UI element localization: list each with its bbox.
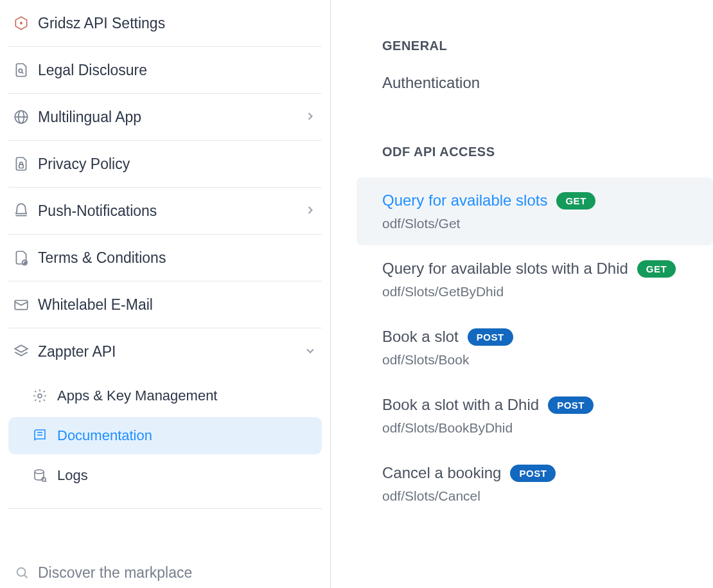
endpoint-list: Query for available slots GET odf/Slots/…	[356, 177, 713, 518]
endpoint-path: odf/Slots/Get	[382, 216, 713, 231]
svg-line-3	[22, 72, 23, 73]
endpoint-title: Book a slot with a Dhid	[382, 396, 539, 414]
bell-icon	[12, 202, 30, 220]
subnav-item-apps-key-management[interactable]: Apps & Key Management	[8, 377, 322, 414]
nav-item-multilingual-app[interactable]: Multilingual App	[8, 94, 322, 141]
endpoint-book-slot-dhid[interactable]: Book a slot with a Dhid POST odf/Slots/B…	[356, 382, 713, 450]
database-icon	[31, 467, 48, 484]
endpoint-path: odf/Slots/GetByDhid	[382, 284, 713, 299]
nav-item-privacy-policy[interactable]: Privacy Policy	[8, 141, 322, 188]
sidebar: Gridsz API Settings Legal Disclosure	[0, 0, 331, 588]
svg-rect-7	[19, 165, 24, 168]
nav-item-label: Legal Disclosure	[38, 62, 318, 79]
endpoint-cancel-booking[interactable]: Cancel a booking POST odf/Slots/Cancel	[356, 450, 713, 518]
endpoint-title-row: Book a slot POST	[382, 328, 713, 346]
svg-point-17	[35, 470, 44, 474]
method-badge-post: POST	[548, 396, 594, 414]
endpoint-title: Book a slot	[382, 328, 459, 346]
nav-item-push-notifications[interactable]: Push-Notifications	[8, 188, 322, 235]
endpoint-title: Query for available slots with a Dhid	[382, 260, 628, 278]
nav-item-whitelabel-email[interactable]: Whitelabel E-Mail	[8, 281, 322, 328]
svg-point-14	[38, 394, 42, 398]
nav-item-gridsz-api-settings[interactable]: Gridsz API Settings	[8, 0, 322, 47]
nav-item-label: Terms & Conditions	[38, 249, 318, 267]
discover-marketplace-link[interactable]: Discover the markplace	[8, 548, 322, 588]
nav-item-label: Whitelabel E-Mail	[38, 296, 318, 314]
method-badge-post: POST	[510, 465, 556, 482]
endpoint-title: Query for available slots	[382, 192, 547, 209]
content-panel: GENERAL Authentication ODF API ACCESS Qu…	[331, 0, 713, 588]
nav-item-label: Privacy Policy	[38, 156, 318, 173]
endpoint-path: odf/Slots/Book	[382, 352, 713, 368]
nav-item-terms-conditions[interactable]: Terms & Conditions	[8, 235, 322, 281]
svg-point-1	[20, 22, 22, 24]
method-badge-post: POST	[468, 328, 513, 346]
endpoint-book-slot[interactable]: Book a slot POST odf/Slots/Book	[356, 314, 713, 382]
subnav-item-label: Logs	[57, 467, 88, 484]
subnav-item-label: Documentation	[57, 427, 152, 444]
layers-icon	[12, 343, 30, 361]
document-search-icon	[12, 61, 30, 79]
endpoint-path: odf/Slots/Cancel	[382, 488, 713, 504]
gear-icon	[31, 388, 48, 404]
nav-item-label: Gridsz API Settings	[38, 15, 318, 32]
grid-icon	[12, 14, 30, 32]
globe-icon	[12, 108, 30, 126]
section-header-general: GENERAL	[382, 39, 713, 53]
search-icon	[15, 566, 30, 581]
svg-point-2	[19, 69, 22, 72]
chevron-down-icon	[304, 344, 318, 359]
nav-item-legal-disclosure[interactable]: Legal Disclosure	[8, 47, 322, 94]
endpoint-path: odf/Slots/BookByDhid	[382, 420, 713, 436]
chevron-right-icon	[304, 204, 318, 218]
endpoint-title-row: Cancel a booking POST	[382, 464, 713, 482]
doc-link-authentication[interactable]: Authentication	[382, 71, 713, 124]
endpoint-title: Cancel a booking	[382, 464, 501, 482]
svg-line-21	[24, 575, 27, 578]
chevron-right-icon	[304, 110, 318, 124]
nav-item-label: Push-Notifications	[38, 202, 304, 220]
book-icon	[31, 427, 48, 444]
endpoint-query-slots-dhid[interactable]: Query for available slots with a Dhid GE…	[356, 245, 713, 314]
nav-list: Gridsz API Settings Legal Disclosure	[8, 0, 322, 548]
subnav-zappter-api: Apps & Key Management Documentation	[8, 377, 322, 509]
nav-item-label: Multilingual App	[38, 109, 304, 126]
subnav-item-label: Apps & Key Management	[57, 388, 217, 404]
document-lock-icon	[12, 155, 30, 173]
subnav-item-documentation[interactable]: Documentation	[8, 417, 322, 454]
endpoint-query-slots[interactable]: Query for available slots GET odf/Slots/…	[356, 177, 713, 245]
nav-item-zappter-api[interactable]: Zappter API	[8, 328, 322, 375]
subnav-item-logs[interactable]: Logs	[8, 457, 322, 494]
endpoint-title-row: Book a slot with a Dhid POST	[382, 396, 713, 414]
endpoint-title-row: Query for available slots GET	[382, 192, 713, 209]
svg-marker-13	[15, 345, 28, 352]
method-badge-get: GET	[556, 192, 595, 209]
endpoint-title-row: Query for available slots with a Dhid GE…	[382, 260, 713, 278]
method-badge-get: GET	[637, 260, 676, 278]
nav-item-label: Zappter API	[38, 343, 304, 361]
mail-icon	[12, 296, 30, 314]
section-header-odf-api-access: ODF API ACCESS	[382, 145, 713, 159]
document-plus-icon	[12, 249, 30, 267]
svg-point-20	[17, 567, 26, 576]
svg-line-19	[45, 481, 46, 482]
discover-label: Discover the markplace	[38, 564, 192, 582]
